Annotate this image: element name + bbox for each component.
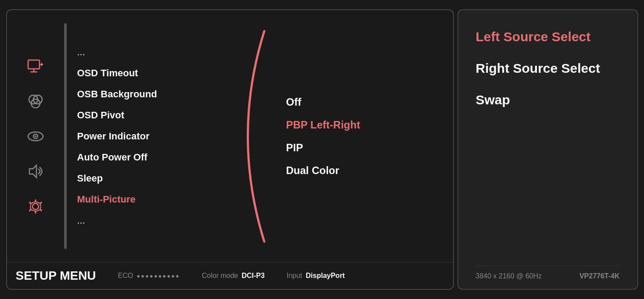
option-pip[interactable]: PIP [286,140,440,156]
input-label: Input [287,272,302,280]
sidebar-icon-viewmode[interactable] [25,125,47,147]
menu-item-dots-bottom[interactable]: ... [76,211,229,230]
input-value: DisplayPort [306,272,345,280]
sidebar-icon-setup[interactable] [25,196,47,217]
menu-list: ... OSD Timeout OSB Background OSD Pivot… [67,14,238,258]
right-panel-footer: 3840 x 2160 @ 60Hz VP2776T-4K [476,266,620,280]
menu-item-osd-timeout[interactable]: OSD Timeout [76,64,229,82]
svg-point-10 [35,135,36,137]
color-mode-value: DCI-P3 [241,272,264,280]
options-list: Off PBP Left-Right PIP Dual Color [273,14,453,258]
menu-item-sleep[interactable]: Sleep [76,169,229,188]
color-mode-status: Color mode DCI-P3 [202,272,265,280]
sidebar-icon-audio[interactable] [25,160,47,182]
eco-label: ECO [118,272,133,280]
input-status: Input DisplayPort [287,272,345,280]
menu-item-osd-pivot[interactable]: OSD Pivot [76,106,229,125]
right-panel: Left Source Select Right Source Select S… [457,9,638,290]
menu-item-multi-picture[interactable]: Multi-Picture [76,190,229,209]
status-bar: SETUP MENU ECO ●●●●●●●●●● Color mode DCI… [7,262,453,289]
option-pbp-left-right[interactable]: PBP Left-Right [286,117,440,133]
option-dual-color[interactable]: Dual Color [286,163,440,178]
resolution-label: 3840 x 2160 @ 60Hz [476,272,542,280]
setup-menu-title: SETUP MENU [16,269,96,283]
eco-status: ECO ●●●●●●●●●● [118,272,180,280]
right-panel-body: Left Source Select Right Source Select S… [476,28,620,266]
right-option-right-source[interactable]: Right Source Select [476,59,620,78]
menu-item-dots-top[interactable]: ... [76,43,229,61]
svg-marker-2 [41,62,43,67]
right-option-left-source[interactable]: Left Source Select [476,28,620,46]
sidebar [7,14,64,258]
sidebar-icon-color[interactable] [25,90,47,112]
svg-rect-0 [28,60,40,69]
sidebar-icon-input[interactable] [25,55,47,77]
curve-area [238,14,273,258]
color-mode-label: Color mode [202,272,238,280]
eco-dots: ●●●●●●●●●● [137,273,180,279]
menu-item-auto-power-off[interactable]: Auto Power Off [76,148,229,167]
menu-item-power-indicator[interactable]: Power Indicator [76,127,229,146]
left-panel: ... OSD Timeout OSB Background OSD Pivot… [6,9,454,290]
option-off[interactable]: Off [286,94,440,110]
right-option-swap[interactable]: Swap [476,91,620,109]
menu-item-osb-background[interactable]: OSB Background [76,85,229,103]
model-label: VP2776T-4K [579,272,620,280]
svg-marker-11 [29,165,36,178]
svg-point-12 [32,203,39,210]
